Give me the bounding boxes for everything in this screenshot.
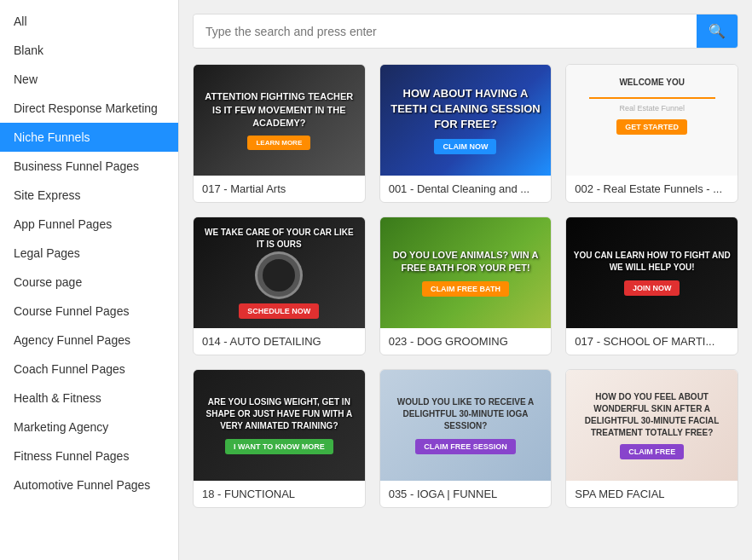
search-icon: 🔍 [709,24,726,38]
card-label-2: 001 - Dental Cleaning and ... [380,176,552,202]
sidebar-item-new[interactable]: New [0,65,178,94]
card-9[interactable]: HOW DO YOU FEEL ABOUT WONDERFUL SKIN AFT… [565,369,738,508]
card-7[interactable]: ARE YOU LOSING WEIGHT, GET IN SHAPE OR J… [193,369,366,508]
card-label-7: 18 - FUNCTIONAL [194,481,365,507]
card-1[interactable]: ATTENTION FIGHTING TEACHERIS IT FEW MOVE… [193,64,366,203]
card-label-3: 002 - Real Estate Funnels - ... [566,176,738,202]
sidebar-item-app-funnel-pages[interactable]: App Funnel Pages [0,210,178,239]
sidebar-item-health---fitness[interactable]: Health & Fitness [0,384,178,413]
card-thumbnail-8: WOULD YOU LIKE TO RECEIVE A DELIGHTFUL 3… [380,370,552,481]
search-input[interactable] [194,16,697,47]
card-label-9: SPA MED FACIAL [566,481,738,507]
sidebar-item-all[interactable]: All [0,7,178,36]
sidebar-item-marketing-agency[interactable]: Marketing Agency [0,413,178,442]
sidebar-item-course-page[interactable]: Course page [0,268,178,297]
main-content: 🔍 ATTENTION FIGHTING TEACHERIS IT FEW MO… [179,0,752,560]
sidebar-item-course-funnel-pages[interactable]: Course Funnel Pages [0,297,178,326]
sidebar-item-legal-pages[interactable]: Legal Pages [0,239,178,268]
card-grid: ATTENTION FIGHTING TEACHERIS IT FEW MOVE… [193,64,738,508]
card-thumbnail-6: YOU CAN LEARN HOW TO FIGHT AND WE WILL H… [566,217,738,328]
card-thumbnail-3: WELCOME YOUReal Estate FunnelGET STARTED [566,65,738,176]
card-5[interactable]: DO YOU LOVE ANIMALS? WIN A FREE BATH FOR… [379,216,552,355]
card-label-1: 017 - Martial Arts [194,176,365,202]
card-8[interactable]: WOULD YOU LIKE TO RECEIVE A DELIGHTFUL 3… [379,369,552,508]
sidebar-item-niche-funnels[interactable]: Niche Funnels [0,123,178,152]
sidebar-item-fitness-funnel-pages[interactable]: Fitness Funnel Pages [0,442,178,471]
card-label-5: 023 - DOG GROOMING [380,328,552,355]
sidebar-item-site-express[interactable]: Site Express [0,181,178,210]
card-2[interactable]: HOW ABOUT HAVING A TEETH CLEANING SESSIO… [379,64,552,203]
card-thumbnail-5: DO YOU LOVE ANIMALS? WIN A FREE BATH FOR… [380,217,552,328]
sidebar-item-automotive-funnel-pages[interactable]: Automotive Funnel Pages [0,471,178,499]
card-label-8: 035 - IOGA | FUNNEL [380,481,552,507]
sidebar-item-coach-funnel-pages[interactable]: Coach Funnel Pages [0,355,178,384]
sidebar-item-agency-funnel-pages[interactable]: Agency Funnel Pages [0,326,178,355]
card-6[interactable]: YOU CAN LEARN HOW TO FIGHT AND WE WILL H… [565,216,738,355]
search-bar: 🔍 [193,14,738,49]
card-thumbnail-1: ATTENTION FIGHTING TEACHERIS IT FEW MOVE… [194,65,365,176]
search-button[interactable]: 🔍 [697,14,738,48]
card-thumbnail-2: HOW ABOUT HAVING A TEETH CLEANING SESSIO… [380,65,552,176]
sidebar-item-business-funnel-pages[interactable]: Business Funnel Pages [0,152,178,181]
card-3[interactable]: WELCOME YOUReal Estate FunnelGET STARTED… [565,64,738,203]
card-label-6: 017 - SCHOOL OF MARTI... [566,328,738,355]
card-thumbnail-4: WE TAKE CARE OF YOUR CAR LIKE IT IS OURS… [194,217,365,328]
card-thumbnail-9: HOW DO YOU FEEL ABOUT WONDERFUL SKIN AFT… [566,370,738,481]
sidebar-item-blank[interactable]: Blank [0,36,178,65]
card-label-4: 014 - AUTO DETAILING [194,328,365,355]
card-thumbnail-7: ARE YOU LOSING WEIGHT, GET IN SHAPE OR J… [194,370,365,481]
card-4[interactable]: WE TAKE CARE OF YOUR CAR LIKE IT IS OURS… [193,216,366,355]
sidebar: AllBlankNewDirect Response MarketingNich… [0,0,179,560]
sidebar-item-direct-response-marketing[interactable]: Direct Response Marketing [0,94,178,123]
